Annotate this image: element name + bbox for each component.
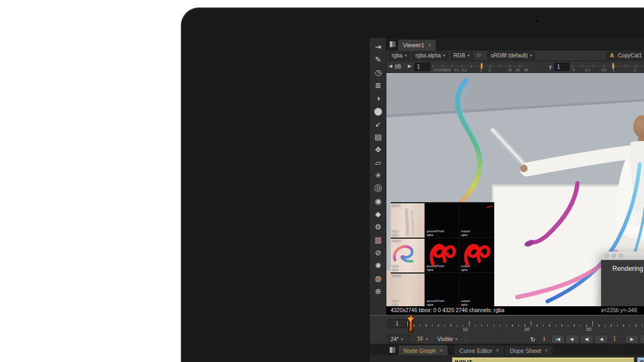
page: ⇥ ✎ ◷ ≣ ◑ ⬤ ↙ ▤ ✥ ▱ ✳ Ⓓ ◉ ◆ ⚙ ▥ ⊘ ✺ ◍ ⊕ <box>0 0 644 362</box>
fps-dropdown[interactable]: 24* ▾ <box>387 335 410 343</box>
display-channel-dropdown[interactable]: RGB ▾ <box>450 51 473 60</box>
backdrop-groundtruth-label: GROUNDTRUTH <box>640 359 644 362</box>
gamma-slider[interactable]: 0 0.1 0.5 1 2 3 4 <box>572 63 644 71</box>
playhead-marker[interactable] <box>407 317 414 322</box>
sidebar-merge-icon[interactable]: ▤ <box>370 130 386 143</box>
dialog-body: Rendering High Resolution Training (step… <box>601 260 644 306</box>
chevron-down-icon: ▾ <box>443 53 445 58</box>
sidebar-time-icon[interactable]: ◷ <box>370 66 386 79</box>
timeline-pane: 1 10 20 30 40 50 60 1 24* ▾ <box>370 315 644 344</box>
divider <box>465 335 466 343</box>
sidebar-toolsets-icon[interactable]: ⚙ <box>370 220 386 233</box>
gamma-tick: 0 <box>573 68 575 72</box>
playhead-frame-label: 1 <box>409 327 411 332</box>
app-window: ⇥ ✎ ◷ ≣ ◑ ⬤ ↙ ▤ ✥ ▱ ✳ Ⓓ ◉ ◆ ⚙ ▥ ⊘ ✺ ◍ ⊕ <box>370 38 644 362</box>
sidebar-furnace-icon[interactable]: ⊘ <box>370 246 386 259</box>
sidebar-views-icon[interactable]: ◉ <box>370 195 386 208</box>
node-toolbar: ⇥ ✎ ◷ ≣ ◑ ⬤ ↙ ▤ ✥ ▱ ✳ Ⓓ ◉ ◆ ⚙ ▥ ⊘ ✺ ◍ ⊕ <box>370 38 386 362</box>
tab-close-icon[interactable]: × <box>496 348 499 353</box>
play-button[interactable]: ▶ <box>625 335 639 344</box>
divider <box>484 52 485 59</box>
sidebar-particles-icon[interactable]: ✳ <box>370 169 386 182</box>
visibility-dropdown[interactable]: Visible ▾ <box>434 335 462 343</box>
sidebar-plugins-icon[interactable]: ⊕ <box>370 285 386 298</box>
gamma-input[interactable]: 1 <box>554 63 569 71</box>
crop-label: crop 3 <box>392 274 401 277</box>
a-side-value: CopyCat1 <box>618 53 642 58</box>
sidebar-deep-icon[interactable]: Ⓓ <box>370 182 386 195</box>
chevron-down-icon: ▾ <box>426 337 428 342</box>
pane-menu-icon[interactable] <box>389 41 396 48</box>
sidebar-metadata-icon[interactable]: ◆ <box>370 208 386 220</box>
sidebar-transform-icon[interactable]: ✥ <box>370 143 386 156</box>
transport-bar: 24* ▾ TF ▾ Visible ▾ ↻ I |◀ ◀· <box>370 334 644 345</box>
dialog-title-bar[interactable]: Progress <box>601 252 644 260</box>
stop-down-icon[interactable]: ◀ <box>389 63 392 69</box>
sidebar-filter-icon[interactable]: ⬤ <box>370 105 386 117</box>
copycat-contact-sheet: crop 1 input rgba groundTruth rgba outpu… <box>391 202 494 306</box>
crop3-input-cell: crop 3 input rgba <box>391 274 425 306</box>
timeline-ruler[interactable]: 10 20 30 40 50 60 <box>407 317 644 333</box>
sidebar-keyer-icon[interactable]: ↙ <box>370 117 386 130</box>
sidebar-other-icon[interactable]: ▥ <box>370 233 386 246</box>
gamma-tick: 1 <box>612 68 614 72</box>
crop2-output-cell: output rgba <box>460 239 494 273</box>
node-graph-canvas[interactable]: INPUT GROUNDTRUTH <box>370 355 644 362</box>
cell-label: groundTruth <box>427 230 444 233</box>
tab-curve-editor[interactable]: Curve Editor × <box>455 345 504 356</box>
pane-menu-icon[interactable] <box>389 346 396 353</box>
gain-input[interactable]: 1 <box>414 63 430 71</box>
sidebar-image-icon[interactable]: ⇥ <box>370 40 386 53</box>
dialog-title: Progress <box>601 253 644 258</box>
stop-up-icon[interactable]: ▶ <box>408 63 412 69</box>
backdrop-input[interactable]: INPUT <box>452 357 634 362</box>
tab-node-graph-label: Node Graph <box>404 348 436 354</box>
lut-value: sRGBf (default) <box>491 53 528 58</box>
fps-value: 24* <box>391 336 399 342</box>
gain-tick: 10 <box>508 68 511 72</box>
sidebar-sparkles-icon[interactable]: ✺ <box>370 259 386 272</box>
gamma-label: γ <box>549 64 552 70</box>
go-to-start-button[interactable]: |◀ <box>551 335 565 344</box>
gain-tick: 20 <box>516 68 519 72</box>
laptop-bezel: ⇥ ✎ ◷ ≣ ◑ ⬤ ↙ ▤ ✥ ▱ ✳ Ⓓ ◉ ◆ ⚙ ▥ ⊘ ✺ ◍ ⊕ <box>181 8 644 362</box>
gain-tick: 0 <box>434 68 436 72</box>
current-frame-input[interactable]: 1 <box>387 319 407 328</box>
chevron-down-icon: ▾ <box>530 53 532 58</box>
sidebar-channel-icon[interactable]: ≣ <box>370 79 386 92</box>
tab-dope-sheet[interactable]: Dope Sheet × <box>505 345 553 356</box>
gain-tick: 0.2 <box>462 68 467 72</box>
loop-mode-icon[interactable]: ↻ <box>528 335 538 344</box>
crop1-groundtruth-cell: groundTruth rgba <box>426 203 459 238</box>
crop3-groundtruth-cell: groundTruth rgba <box>426 274 459 306</box>
cell-label: output <box>461 299 470 302</box>
play-backward-button[interactable]: ◀ <box>595 335 608 344</box>
step-back-button[interactable]: ◀| <box>580 335 594 344</box>
viewer-lut-dropdown[interactable]: sRGBf (default) ▾ <box>487 51 535 60</box>
tab-close-icon[interactable]: × <box>545 348 548 353</box>
step-forward-button[interactable]: |▶ <box>640 335 644 344</box>
gamma-tick: 2 <box>634 68 636 72</box>
sidebar-color-icon[interactable]: ◑ <box>370 92 386 105</box>
tab-close-icon[interactable]: × <box>428 42 431 48</box>
progress-dialog[interactable]: Progress Rendering High Resolution Train… <box>601 252 644 306</box>
tab-close-icon[interactable]: × <box>440 348 443 353</box>
channels-dropdown[interactable]: rgba ▾ <box>389 51 410 60</box>
tf-dropdown[interactable]: TF ▾ <box>414 335 432 343</box>
backdrop-groundtruth[interactable]: GROUNDTRUTH <box>637 357 644 362</box>
sidebar-draw-icon[interactable]: ✎ <box>370 53 386 66</box>
gain-slider[interactable]: 0 0.015625 0.1 0.2 1 2 10 20 64 <box>433 63 529 71</box>
frame-display: 1 <box>613 335 616 342</box>
tab-viewer1[interactable]: Viewer1 × <box>398 40 436 50</box>
viewer-status-bar: 4320x2746 bbox: 0 0 4320 2746 channels: … <box>386 306 644 315</box>
sidebar-3d-icon[interactable]: ▱ <box>370 156 386 169</box>
tab-node-graph[interactable]: Node Graph × <box>399 345 448 356</box>
cell-label: rgba <box>427 233 433 237</box>
prev-keyframe-button[interactable]: ◀· <box>566 335 579 344</box>
layer-dropdown[interactable]: rgba.alpha ▾ <box>412 51 448 60</box>
a-input-dropdown[interactable]: A CopyCat1 ▾ <box>606 51 644 60</box>
sidebar-ocula-icon[interactable]: ◍ <box>370 272 386 285</box>
in-point-button[interactable]: I <box>540 335 548 344</box>
chevron-down-icon: ▾ <box>401 337 403 342</box>
input-process-button[interactable]: IP <box>477 53 481 58</box>
